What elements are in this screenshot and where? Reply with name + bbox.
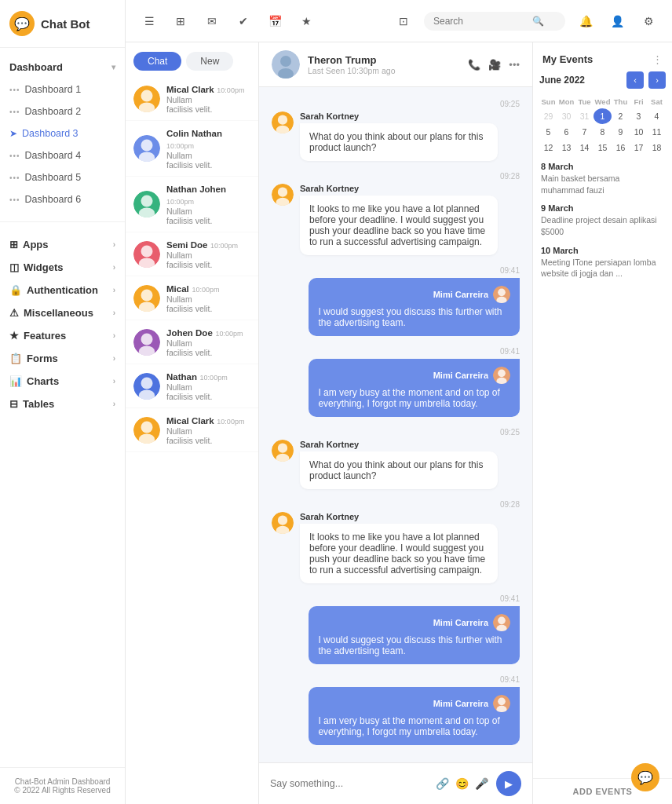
calendar-day[interactable]: 31 — [575, 108, 593, 124]
events-more-icon[interactable]: ⋮ — [652, 53, 663, 65]
grid-icon[interactable]: ⊞ — [170, 10, 192, 32]
chat-list-item[interactable]: Nathan Johen 10:00pm Nullam facilisis ve… — [126, 177, 258, 232]
window-icon[interactable]: ⊡ — [393, 10, 415, 32]
calendar-day[interactable]: 3 — [630, 108, 648, 124]
mail-icon[interactable]: ✉ — [201, 10, 223, 32]
sidebar-item-features[interactable]: ★ Features › — [0, 324, 125, 347]
chat-input[interactable] — [270, 778, 428, 789]
sidebar-item-dashboard5[interactable]: ••• Dashboard 5 — [0, 166, 125, 188]
more-icon[interactable]: ••• — [509, 59, 520, 71]
chevron-right-icon: › — [113, 354, 115, 363]
sidebar-item-dashboard6[interactable]: ••• Dashboard 6 — [0, 188, 125, 210]
calendar-day-header-label: Fri — [630, 95, 648, 108]
send-button[interactable]: ▶ — [496, 771, 521, 796]
calendar-day[interactable]: 8 — [593, 124, 612, 140]
sidebar-item-widgets[interactable]: ◫ Widgets › — [0, 256, 125, 279]
chat-item-preview2: facilisis velit. — [166, 104, 250, 114]
calendar-day[interactable]: 16 — [612, 140, 630, 155]
calendar-icon[interactable]: 📅 — [264, 10, 286, 32]
star-icon[interactable]: ★ — [295, 10, 317, 32]
cal-next-button[interactable]: › — [648, 71, 666, 89]
tab-chat[interactable]: Chat — [133, 52, 181, 71]
emoji-icon[interactable]: 😊 — [455, 777, 469, 790]
calendar-day[interactable]: 12 — [539, 140, 557, 155]
calendar-day[interactable]: 14 — [575, 140, 593, 155]
calendar-day[interactable]: 29 — [539, 108, 557, 124]
nav-section: ⊞ Apps › ◫ Widgets › 🔒 Authentication › … — [0, 225, 125, 423]
calendar-day[interactable]: 13 — [557, 140, 575, 155]
sidebar-item-misc[interactable]: ⚠ Miscellaneous › — [0, 302, 125, 324]
chat-list-panel: Chat New Mical Clark 10:00pm Nullam faci… — [126, 42, 259, 804]
chat-item-preview2: facilisis velit. — [166, 216, 250, 225]
sidebar-item-dashboard4[interactable]: ••• Dashboard 4 — [0, 144, 125, 166]
calendar-day[interactable]: 2 — [612, 108, 630, 124]
float-action-button[interactable]: 💬 — [631, 763, 659, 791]
chat-list-item[interactable]: Mical 10:00pm Nullam facilisis velit. — [126, 276, 258, 320]
mic-icon[interactable]: 🎤 — [475, 777, 488, 790]
calendar-day[interactable]: 7 — [575, 124, 593, 140]
chat-list-item[interactable]: Johen Doe 10:00pm Nullam facilisis velit… — [126, 320, 258, 364]
user-icon[interactable]: 👤 — [606, 10, 628, 32]
sidebar-item-forms[interactable]: 📋 Forms › — [0, 347, 125, 370]
search-input[interactable] — [433, 16, 528, 27]
message-block: 09:25 Sarah Kortney What do you think ab… — [272, 100, 520, 161]
calendar-day[interactable]: 6 — [557, 124, 575, 140]
dashboard-header[interactable]: Dashboard ▾ — [0, 56, 125, 79]
sidebar-item-charts[interactable]: 📊 Charts › — [0, 370, 125, 393]
cal-prev-button[interactable]: ‹ — [626, 71, 644, 89]
avatar — [133, 86, 160, 112]
search-box[interactable]: 🔍 — [424, 12, 565, 31]
calendar-day[interactable]: 11 — [648, 124, 666, 140]
calendar-day[interactable]: 30 — [557, 108, 575, 124]
tables-icon: ⊟ — [9, 398, 18, 410]
calendar-day-header-label: Wed — [593, 95, 612, 108]
chat-list-item[interactable]: Mical Clark 10:00pm Nullam facilisis vel… — [126, 408, 258, 452]
calendar-day[interactable]: 9 — [612, 124, 630, 140]
event-description: Meeting ITone persiapan lomba website di… — [541, 257, 664, 280]
charts-icon: 📊 — [9, 375, 22, 387]
chat-list-item[interactable]: Semi Doe 10:00pm Nullam facilisis velit. — [126, 232, 258, 276]
chat-list-item[interactable]: Nathan 10:00pm Nullam facilisis velit. — [126, 364, 258, 408]
svg-point-1 — [141, 90, 153, 101]
msg-timestamp: 09:41 — [500, 347, 520, 356]
calendar-day[interactable]: 15 — [593, 140, 612, 155]
chat-list-item[interactable]: Colin Nathan 10:00pm Nullam facilisis ve… — [126, 121, 258, 177]
check-icon[interactable]: ✔ — [232, 10, 254, 32]
chat-item-info: Mical Clark 10:00pm Nullam facilisis vel… — [166, 83, 250, 114]
calendar-day-header-label: Tue — [575, 95, 593, 108]
calendar-day[interactable]: 18 — [648, 140, 666, 155]
widgets-icon: ◫ — [9, 261, 19, 273]
settings-icon[interactable]: ⚙ — [637, 10, 659, 32]
tab-new[interactable]: New — [186, 52, 233, 71]
sidebar-item-apps[interactable]: ⊞ Apps › — [0, 233, 125, 256]
calendar-day[interactable]: 4 — [648, 108, 666, 124]
video-icon[interactable]: 🎥 — [488, 59, 501, 71]
chat-list-item[interactable]: Mical Clark 10:00pm Nullam facilisis vel… — [126, 77, 258, 121]
calendar-day[interactable]: 10 — [630, 124, 648, 140]
calendar-day-header-label: Thu — [612, 95, 630, 108]
widgets-label: Widgets — [24, 261, 63, 273]
chat-item-preview: Nullam — [166, 250, 250, 260]
link-icon[interactable]: 🔗 — [436, 777, 449, 790]
event-description: Main basket bersama muhammad fauzi — [541, 173, 664, 196]
sidebar-item-tables[interactable]: ⊟ Tables › — [0, 393, 125, 415]
msg-bubble: Mimi Carreira I am very busy at the mome… — [309, 687, 520, 745]
chevron-right-icon: › — [113, 400, 115, 408]
sidebar-item-dashboard1[interactable]: ••• Dashboard 1 — [0, 79, 125, 100]
calendar-day[interactable]: 5 — [539, 124, 557, 140]
svg-point-10 — [141, 245, 153, 257]
calendar-day[interactable]: 17 — [630, 140, 648, 155]
notification-icon[interactable]: 🔔 — [575, 10, 597, 32]
apps-icon: ⊞ — [9, 239, 18, 250]
phone-icon[interactable]: 📞 — [468, 59, 480, 71]
chat-item-name: Mical 10:00pm — [166, 283, 250, 294]
msg-bubble: What do you think about our plans for th… — [300, 123, 498, 161]
hamburger-icon[interactable]: ☰ — [138, 10, 160, 32]
forms-icon: 📋 — [9, 353, 22, 364]
msg-timestamp: 09:41 — [500, 675, 520, 684]
sidebar-item-auth[interactable]: 🔒 Authentication › — [0, 279, 125, 302]
sidebar-item-dashboard3[interactable]: ➤ Dashboard 3 — [0, 122, 125, 144]
sidebar-item-dashboard2[interactable]: ••• Dashboard 2 — [0, 100, 125, 122]
calendar-day[interactable]: 1 — [593, 108, 612, 124]
chat-item-name: Mical Clark 10:00pm — [166, 83, 250, 95]
